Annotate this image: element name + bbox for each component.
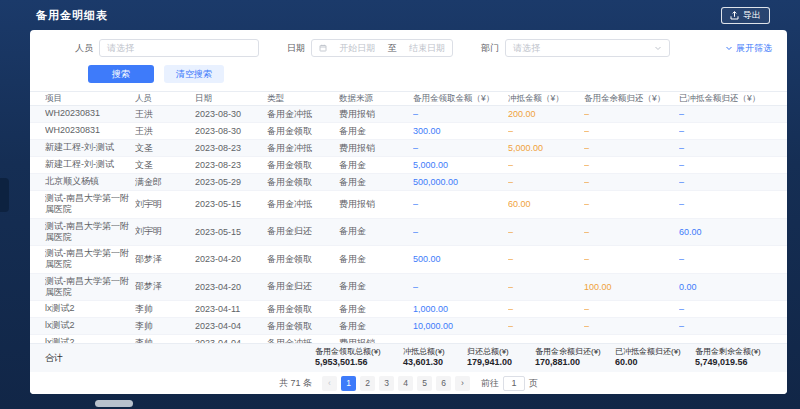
table-cell: 500,000.00 xyxy=(413,177,508,187)
table-cell: 2023-04-11 xyxy=(195,304,267,314)
table-cell: 备用金归还 xyxy=(267,225,339,238)
filter-row: 人员 请选择 日期 开始日期 至 结束日期 部门 请选择 xyxy=(30,30,787,57)
table-cell: – xyxy=(679,177,772,187)
table-cell: – xyxy=(413,143,508,153)
table-cell: 2023-05-15 xyxy=(195,199,267,209)
table-cell: 2023-04-04 xyxy=(195,321,267,331)
table-cell: 备用金 xyxy=(339,176,413,189)
table-cell: 测试-南昌大学第一附属医院 xyxy=(45,274,135,301)
page-button[interactable]: 2 xyxy=(360,376,375,391)
table-cell: 300.00 xyxy=(413,126,508,136)
table-cell: – xyxy=(508,282,584,292)
table-cell: 备用金冲抵 xyxy=(267,198,339,211)
table-cell: 2023-08-23 xyxy=(195,160,267,170)
expand-filter-toggle[interactable]: 展开筛选 xyxy=(725,42,772,55)
goto-page: 前往 页 xyxy=(481,376,538,391)
page-button[interactable]: 5 xyxy=(417,376,432,391)
pager-prev-button[interactable]: ‹ xyxy=(322,376,337,391)
table-cell: 2023-08-30 xyxy=(195,109,267,119)
table-cell: – xyxy=(679,199,772,209)
table-row[interactable]: 测试-南昌大学第一附属医院刘宇明2023-05-15备用金归还备用金–––60.… xyxy=(30,219,787,247)
table-cell: 费用报销 xyxy=(339,108,413,121)
summary-item: 冲抵总额(¥)43,601.30 xyxy=(403,347,467,368)
table-row[interactable]: lx测试2李帅2023-04-11备用金领取备用金1,000.00––– xyxy=(30,301,787,318)
table-cell: 刘宇明 xyxy=(135,225,195,238)
table-row[interactable]: 测试-南昌大学第一附属医院邵梦泽2023-04-20备用金归还备用金––100.… xyxy=(30,274,787,302)
goto-page-input[interactable] xyxy=(503,376,525,391)
table-cell: – xyxy=(584,254,679,264)
table-cell: – xyxy=(584,321,679,331)
table-cell: 备用金 xyxy=(339,225,413,238)
table-row[interactable]: 北京顺义杨镇满金郎2023-05-29备用金领取备用金500,000.00––– xyxy=(30,174,787,191)
expand-label: 展开筛选 xyxy=(736,42,772,55)
dept-select[interactable]: 请选择 xyxy=(505,39,670,57)
dept-label: 部门 xyxy=(481,42,499,55)
table-cell: 王洪 xyxy=(135,108,195,121)
table-cell: 2023-05-29 xyxy=(195,177,267,187)
table-cell: – xyxy=(413,109,508,119)
table-row[interactable]: WH20230831王洪2023-08-30备用金领取备用金300.00––– xyxy=(30,123,787,140)
sidebar-handle[interactable] xyxy=(0,178,9,212)
summary-item-label: 已冲抵金额归还(¥) xyxy=(615,347,695,357)
table-cell: WH20230831 xyxy=(45,106,135,121)
pager-pages: 123456 xyxy=(341,376,451,391)
table-cell: – xyxy=(584,126,679,136)
page-button[interactable]: 3 xyxy=(379,376,394,391)
table-cell: – xyxy=(413,282,508,292)
table-cell: 10,000.00 xyxy=(413,321,508,331)
table-row[interactable]: 测试-南昌大学第一附属医院邵梦泽2023-04-20备用金领取备用金500.00… xyxy=(30,246,787,274)
bottom-left-widget xyxy=(95,400,133,407)
table-cell: 备用金领取 xyxy=(267,176,339,189)
table-cell: 备用金 xyxy=(339,280,413,293)
table-cell: 2023-08-30 xyxy=(195,126,267,136)
table-cell: WH20230831 xyxy=(45,123,135,138)
page-button[interactable]: 1 xyxy=(341,376,356,391)
summary-total-label: 合计 xyxy=(45,352,315,365)
table-cell: – xyxy=(508,177,584,187)
person-select[interactable]: 请选择 xyxy=(99,39,259,57)
table-cell: 文圣 xyxy=(135,159,195,172)
table-cell: 备用金领取 xyxy=(267,159,339,172)
pager-next-button[interactable]: › xyxy=(455,376,470,391)
page-button[interactable]: 6 xyxy=(436,376,451,391)
summary-item: 已冲抵金额归还(¥)60.00 xyxy=(615,347,695,368)
table-row[interactable]: 新建工程-刘-测试文圣2023-08-23备用金冲抵费用报销–5,000.00–… xyxy=(30,140,787,157)
table-cell: – xyxy=(508,321,584,331)
search-button[interactable]: 搜索 xyxy=(88,65,154,83)
table-row[interactable]: lx测试2李帅2023-04-04备用金冲抵费用报销–––– xyxy=(30,335,787,343)
table-row[interactable]: 新建工程-刘-测试文圣2023-08-23备用金领取备用金5,000.00––– xyxy=(30,157,787,174)
summary-item: 备用金余额归还(¥)170,881.00 xyxy=(535,347,615,368)
summary-item: 归还总额(¥)179,941.00 xyxy=(467,347,535,368)
export-button[interactable]: 导出 xyxy=(721,7,770,24)
table-cell: – xyxy=(584,199,679,209)
table-cell: 备用金 xyxy=(339,125,413,138)
table-row[interactable]: 测试-南昌大学第一附属医院刘宇明2023-05-15备用金冲抵费用报销–60.0… xyxy=(30,191,787,219)
table-cell: lx测试2 xyxy=(45,301,135,316)
table-row[interactable]: lx测试2李帅2023-04-04备用金领取备用金10,000.00––– xyxy=(30,318,787,335)
summary-item: 备用金领取总额(¥)5,953,501.56 xyxy=(315,347,403,368)
goto-suffix: 页 xyxy=(529,377,538,390)
summary-item-label: 归还总额(¥) xyxy=(467,347,535,357)
table-cell: 5,000.00 xyxy=(413,160,508,170)
column-header: 日期 xyxy=(195,93,267,105)
table-row[interactable]: WH20230831王洪2023-08-30备用金冲抵费用报销–200.00–– xyxy=(30,106,787,123)
topbar: 备用金明细表 导出 xyxy=(0,0,800,30)
date-range-picker[interactable]: 开始日期 至 结束日期 xyxy=(311,39,453,57)
table-cell: 备用金 xyxy=(339,253,413,266)
table-body: WH20230831王洪2023-08-30备用金冲抵费用报销–200.00––… xyxy=(30,106,787,343)
table-cell: – xyxy=(508,160,584,170)
summary-items: 备用金领取总额(¥)5,953,501.56冲抵总额(¥)43,601.30归还… xyxy=(315,347,772,368)
export-label: 导出 xyxy=(743,9,761,22)
table-cell: 备用金 xyxy=(339,159,413,172)
table-cell: – xyxy=(679,160,772,170)
clear-search-button[interactable]: 清空搜索 xyxy=(164,65,224,83)
table-cell: 200.00 xyxy=(508,109,584,119)
table-cell: – xyxy=(584,227,679,237)
table-cell: 王洪 xyxy=(135,125,195,138)
pager: ‹ 123456 › xyxy=(322,376,470,391)
table-cell: – xyxy=(679,109,772,119)
pagination: 共 71 条 ‹ 123456 › 前往 页 xyxy=(30,372,787,394)
table-cell: – xyxy=(679,126,772,136)
summary-item-value: 170,881.00 xyxy=(535,357,615,368)
page-button[interactable]: 4 xyxy=(398,376,413,391)
